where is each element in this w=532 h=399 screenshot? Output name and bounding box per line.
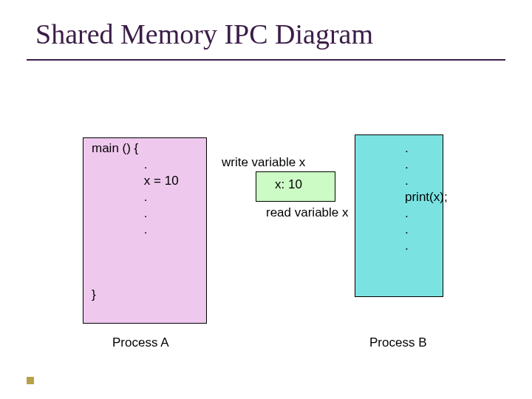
process-a-caption: Process A	[112, 335, 169, 350]
write-operation-label: write variable x	[222, 155, 305, 170]
process-b-code: . . . print(x); . . .	[405, 140, 479, 254]
title-underline	[27, 59, 505, 61]
shared-value-label: x: 10	[275, 177, 302, 192]
process-a-code: main () { . x = 10 . . . }	[92, 140, 210, 303]
footer-bullet-icon	[27, 377, 34, 384]
read-operation-label: read variable x	[266, 205, 349, 220]
page-title: Shared Memory IPC Diagram	[35, 18, 373, 50]
process-b-caption: Process B	[369, 335, 426, 350]
